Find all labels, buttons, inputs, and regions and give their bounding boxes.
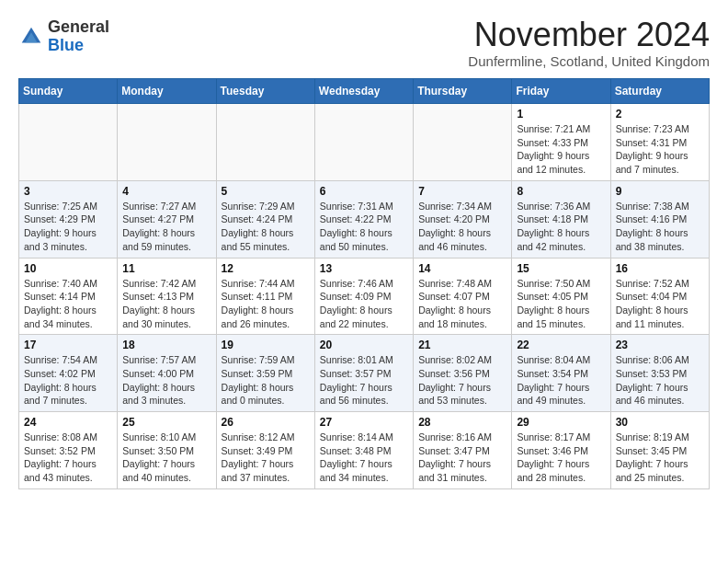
calendar-cell: 8Sunrise: 7:36 AMSunset: 4:18 PMDaylight… [512, 180, 610, 258]
day-info: Sunrise: 7:57 AMSunset: 4:00 PMDaylight:… [122, 353, 210, 408]
page: General Blue November 2024 Dunfermline, … [0, 0, 728, 499]
day-info: Sunrise: 7:38 AMSunset: 4:16 PMDaylight:… [616, 200, 704, 254]
day-info: Sunrise: 7:52 AMSunset: 4:04 PMDaylight:… [616, 277, 704, 331]
calendar-cell: 27Sunrise: 8:14 AMSunset: 3:48 PMDayligh… [314, 412, 413, 489]
day-number: 2 [616, 108, 704, 121]
day-info: Sunrise: 8:16 AMSunset: 3:47 PMDaylight:… [418, 431, 506, 485]
location: Dunfermline, Scotland, United Kingdom [468, 53, 710, 69]
day-info: Sunrise: 8:04 AMSunset: 3:54 PMDaylight:… [517, 353, 605, 408]
day-number: 27 [320, 416, 408, 429]
day-number: 28 [418, 416, 506, 429]
calendar-cell [19, 104, 118, 181]
day-info: Sunrise: 7:46 AMSunset: 4:09 PMDaylight:… [320, 277, 408, 331]
calendar-cell: 3Sunrise: 7:25 AMSunset: 4:29 PMDaylight… [19, 180, 118, 258]
calendar-cell: 13Sunrise: 7:46 AMSunset: 4:09 PMDayligh… [314, 258, 413, 335]
day-info: Sunrise: 8:12 AMSunset: 3:49 PMDaylight:… [222, 431, 310, 485]
calendar-cell: 17Sunrise: 7:54 AMSunset: 4:02 PMDayligh… [19, 335, 118, 412]
calendar-cell: 20Sunrise: 8:01 AMSunset: 3:57 PMDayligh… [314, 335, 413, 412]
week-row-1: 1Sunrise: 7:21 AMSunset: 4:33 PMDaylight… [19, 104, 710, 181]
col-header-thursday: Thursday [414, 79, 512, 104]
calendar-cell: 29Sunrise: 8:17 AMSunset: 3:46 PMDayligh… [512, 412, 610, 489]
calendar-cell: 18Sunrise: 7:57 AMSunset: 4:00 PMDayligh… [118, 335, 216, 412]
day-number: 13 [320, 262, 408, 275]
logo-general: General [48, 17, 109, 36]
day-number: 29 [517, 416, 605, 429]
day-info: Sunrise: 7:44 AMSunset: 4:11 PMDaylight:… [222, 277, 310, 331]
week-row-3: 10Sunrise: 7:40 AMSunset: 4:14 PMDayligh… [19, 258, 710, 335]
col-header-saturday: Saturday [610, 79, 709, 104]
day-number: 16 [616, 262, 704, 275]
calendar-cell: 14Sunrise: 7:48 AMSunset: 4:07 PMDayligh… [414, 258, 512, 335]
calendar-cell: 15Sunrise: 7:50 AMSunset: 4:05 PMDayligh… [512, 258, 610, 335]
day-number: 17 [24, 339, 112, 351]
day-number: 6 [320, 185, 408, 198]
calendar-cell: 22Sunrise: 8:04 AMSunset: 3:54 PMDayligh… [512, 335, 610, 412]
day-info: Sunrise: 8:08 AMSunset: 3:52 PMDaylight:… [24, 431, 112, 485]
col-header-friday: Friday [512, 79, 610, 104]
day-number: 14 [418, 262, 506, 275]
day-number: 8 [517, 185, 605, 198]
day-info: Sunrise: 8:01 AMSunset: 3:57 PMDaylight:… [320, 353, 408, 408]
day-number: 19 [222, 339, 310, 351]
day-number: 12 [222, 262, 310, 275]
calendar-cell [414, 104, 512, 181]
calendar-cell: 26Sunrise: 8:12 AMSunset: 3:49 PMDayligh… [216, 412, 314, 489]
day-info: Sunrise: 8:10 AMSunset: 3:50 PMDaylight:… [122, 431, 210, 485]
calendar-cell: 4Sunrise: 7:27 AMSunset: 4:27 PMDaylight… [118, 180, 216, 258]
calendar-cell: 23Sunrise: 8:06 AMSunset: 3:53 PMDayligh… [610, 335, 709, 412]
day-info: Sunrise: 8:02 AMSunset: 3:56 PMDaylight:… [418, 353, 506, 408]
calendar-cell: 6Sunrise: 7:31 AMSunset: 4:22 PMDaylight… [314, 180, 413, 258]
day-number: 24 [24, 416, 112, 429]
calendar-cell: 28Sunrise: 8:16 AMSunset: 3:47 PMDayligh… [414, 412, 512, 489]
day-info: Sunrise: 7:25 AMSunset: 4:29 PMDaylight:… [24, 200, 112, 254]
day-number: 5 [222, 185, 310, 198]
calendar-cell: 16Sunrise: 7:52 AMSunset: 4:04 PMDayligh… [610, 258, 709, 335]
logo-icon [18, 24, 44, 50]
day-number: 15 [517, 262, 605, 275]
calendar-cell: 24Sunrise: 8:08 AMSunset: 3:52 PMDayligh… [19, 412, 118, 489]
week-row-4: 17Sunrise: 7:54 AMSunset: 4:02 PMDayligh… [19, 335, 710, 412]
calendar: SundayMondayTuesdayWednesdayThursdayFrid… [18, 78, 710, 489]
day-number: 1 [517, 108, 605, 121]
day-info: Sunrise: 7:29 AMSunset: 4:24 PMDaylight:… [222, 200, 310, 254]
day-info: Sunrise: 8:06 AMSunset: 3:53 PMDaylight:… [616, 353, 704, 408]
calendar-cell: 12Sunrise: 7:44 AMSunset: 4:11 PMDayligh… [216, 258, 314, 335]
day-number: 9 [616, 185, 704, 198]
day-number: 4 [122, 185, 210, 198]
month-title: November 2024 [468, 18, 710, 52]
day-number: 18 [122, 339, 210, 351]
week-row-5: 24Sunrise: 8:08 AMSunset: 3:52 PMDayligh… [19, 412, 710, 489]
day-info: Sunrise: 7:23 AMSunset: 4:31 PMDaylight:… [616, 122, 704, 177]
day-number: 25 [122, 416, 210, 429]
day-number: 11 [122, 262, 210, 275]
calendar-header-row: SundayMondayTuesdayWednesdayThursdayFrid… [19, 79, 710, 104]
day-info: Sunrise: 7:34 AMSunset: 4:20 PMDaylight:… [418, 200, 506, 254]
header: General Blue November 2024 Dunfermline, … [18, 18, 710, 69]
calendar-cell: 7Sunrise: 7:34 AMSunset: 4:20 PMDaylight… [414, 180, 512, 258]
day-info: Sunrise: 7:31 AMSunset: 4:22 PMDaylight:… [320, 200, 408, 254]
col-header-wednesday: Wednesday [314, 79, 413, 104]
calendar-cell: 19Sunrise: 7:59 AMSunset: 3:59 PMDayligh… [216, 335, 314, 412]
week-row-2: 3Sunrise: 7:25 AMSunset: 4:29 PMDaylight… [19, 180, 710, 258]
calendar-cell [314, 104, 413, 181]
calendar-cell: 25Sunrise: 8:10 AMSunset: 3:50 PMDayligh… [118, 412, 216, 489]
day-info: Sunrise: 7:40 AMSunset: 4:14 PMDaylight:… [24, 277, 112, 331]
day-number: 3 [24, 185, 112, 198]
logo-blue: Blue [48, 36, 84, 54]
day-info: Sunrise: 8:17 AMSunset: 3:46 PMDaylight:… [517, 431, 605, 485]
calendar-cell: 11Sunrise: 7:42 AMSunset: 4:13 PMDayligh… [118, 258, 216, 335]
day-number: 30 [616, 416, 704, 429]
day-number: 10 [24, 262, 112, 275]
day-number: 22 [517, 339, 605, 351]
logo: General Blue [18, 18, 109, 55]
calendar-cell: 21Sunrise: 8:02 AMSunset: 3:56 PMDayligh… [414, 335, 512, 412]
day-number: 21 [418, 339, 506, 351]
day-number: 23 [616, 339, 704, 351]
calendar-cell: 9Sunrise: 7:38 AMSunset: 4:16 PMDaylight… [610, 180, 709, 258]
title-section: November 2024 Dunfermline, Scotland, Uni… [468, 18, 710, 69]
logo-text: General Blue [48, 18, 109, 55]
day-info: Sunrise: 7:36 AMSunset: 4:18 PMDaylight:… [517, 200, 605, 254]
day-info: Sunrise: 8:19 AMSunset: 3:45 PMDaylight:… [616, 431, 704, 485]
calendar-cell [216, 104, 314, 181]
col-header-sunday: Sunday [19, 79, 118, 104]
